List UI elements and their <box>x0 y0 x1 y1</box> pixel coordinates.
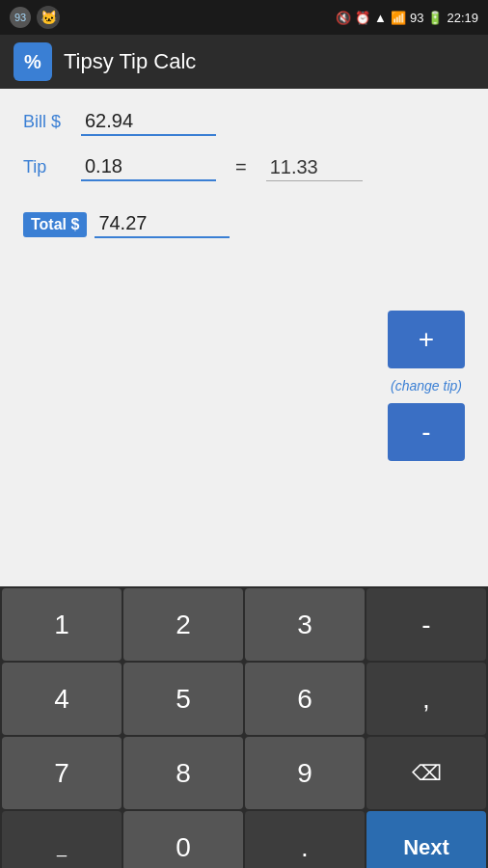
next-button[interactable]: Next <box>366 811 486 868</box>
change-tip-label: (change tip) <box>391 378 462 393</box>
tip-input[interactable] <box>81 153 216 181</box>
tip-label: Tip <box>23 157 81 177</box>
mute-icon: 🔇 <box>336 11 351 25</box>
bill-input[interactable] <box>81 108 216 136</box>
total-label: Total $ <box>23 212 87 237</box>
backspace-icon: ⌫ <box>412 761 442 786</box>
key-0[interactable]: 0 <box>123 811 243 868</box>
app-header: % Tipsy Tip Calc <box>0 35 488 89</box>
cat-icon: 🐱 <box>37 6 60 29</box>
logo-symbol: % <box>24 51 41 73</box>
key-dot[interactable]: . <box>245 811 365 868</box>
bill-row: Bill $ <box>23 108 465 136</box>
app-title: Tipsy Tip Calc <box>64 49 196 74</box>
key-space[interactable]: _ <box>2 811 122 868</box>
key-row-1: 1 2 3 - <box>2 588 486 661</box>
total-row: Total $ <box>23 210 465 238</box>
tip-result: 11.33 <box>266 154 363 181</box>
key-2[interactable]: 2 <box>123 588 243 661</box>
key-row-2: 4 5 6 , <box>2 663 486 735</box>
tip-buttons-column: + (change tip) - <box>388 311 465 461</box>
key-9[interactable]: 9 <box>245 737 365 809</box>
key-comma[interactable]: , <box>366 663 486 735</box>
key-1[interactable]: 1 <box>2 588 122 661</box>
battery-level: 93 <box>14 12 26 23</box>
calculator-area: Bill $ Tip = 11.33 Total $ + (change tip… <box>0 89 488 586</box>
keyboard: 1 2 3 - 4 5 6 , 7 8 9 ⌫ _ 0 . Next <box>0 586 488 868</box>
key-3[interactable]: 3 <box>245 588 365 661</box>
key-7[interactable]: 7 <box>2 737 122 809</box>
tip-row: Tip = 11.33 <box>23 153 465 181</box>
plus-button[interactable]: + <box>388 311 465 368</box>
battery-icon: 🔋 <box>427 11 443 25</box>
key-5[interactable]: 5 <box>123 663 243 735</box>
key-backspace[interactable]: ⌫ <box>366 737 486 809</box>
minus-button[interactable]: - <box>388 403 465 461</box>
equals-sign: = <box>235 156 247 178</box>
total-input[interactable] <box>95 210 230 238</box>
clock: 22:19 <box>447 11 478 25</box>
key-4[interactable]: 4 <box>2 663 122 735</box>
key-row-4: _ 0 . Next <box>2 811 486 868</box>
battery-level-icon: 93 <box>10 7 31 28</box>
key-6[interactable]: 6 <box>245 663 365 735</box>
key-minus[interactable]: - <box>366 588 486 661</box>
alarm-icon: ⏰ <box>355 11 370 25</box>
status-bar: 93 🐱 🔇 ⏰ ▲ 📶 93 🔋 22:19 <box>0 0 488 35</box>
key-8[interactable]: 8 <box>123 737 243 809</box>
battery-percent: 93 <box>410 11 423 25</box>
bill-label: Bill $ <box>23 112 81 132</box>
signal-icon: 📶 <box>391 11 406 25</box>
app-logo: % <box>14 42 52 81</box>
key-row-3: 7 8 9 ⌫ <box>2 737 486 809</box>
wifi-icon: ▲ <box>374 11 387 25</box>
